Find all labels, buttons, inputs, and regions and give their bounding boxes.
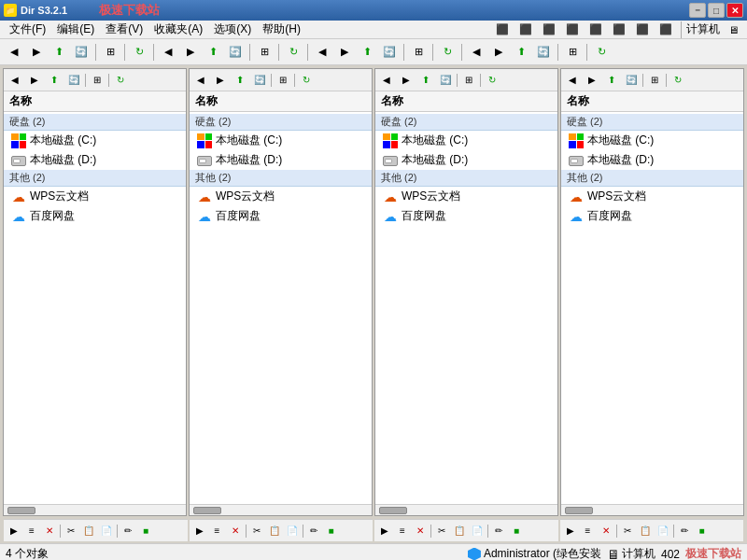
- refresh8-button[interactable]: ↻: [591, 42, 612, 63]
- toolbar-extra-btn-6[interactable]: ⬛: [609, 20, 629, 40]
- close-button[interactable]: ✕: [726, 3, 743, 18]
- scroll-thumb-3[interactable]: [379, 507, 407, 514]
- back4-button[interactable]: ◀: [466, 42, 486, 63]
- up-button[interactable]: ⬆: [49, 42, 69, 63]
- refresh5-button[interactable]: 🔄: [379, 42, 400, 63]
- menu-view[interactable]: 查看(V): [100, 21, 148, 38]
- drive-item-win-4[interactable]: 本地磁盘 (C:): [561, 131, 743, 150]
- toolbar-extra-btn-4[interactable]: ⬛: [562, 20, 583, 40]
- back2-button[interactable]: ◀: [158, 42, 178, 63]
- panel-scroll-2[interactable]: [190, 504, 372, 515]
- panel-up-1[interactable]: ⬆: [45, 72, 63, 89]
- refresh2-button[interactable]: ↻: [129, 42, 149, 63]
- pbt-btn-new-4[interactable]: ■: [694, 523, 711, 539]
- pbt-btn-copy-2[interactable]: 📋: [266, 523, 283, 539]
- pbt-btn-list-4[interactable]: ≡: [580, 523, 597, 539]
- panel-scroll-1[interactable]: [4, 504, 186, 515]
- grid-view-button[interactable]: ⊞: [100, 42, 120, 63]
- pbt-btn-rename-4[interactable]: ✏: [676, 523, 693, 539]
- drive-item-win-3[interactable]: 本地磁盘 (C:): [375, 131, 557, 150]
- panel-sync-3[interactable]: ↻: [483, 72, 501, 89]
- pbt-btn-copy-1[interactable]: 📋: [80, 523, 97, 539]
- panel-sync-2[interactable]: ↻: [297, 72, 316, 89]
- pbt-btn-paste-1[interactable]: 📄: [98, 523, 115, 539]
- toolbar-extra-btn-8[interactable]: ⬛: [655, 20, 676, 40]
- refresh3-button[interactable]: 🔄: [225, 42, 246, 63]
- panel-back-4[interactable]: ◀: [563, 72, 582, 89]
- pbt-btn-new-1[interactable]: ■: [137, 523, 154, 539]
- drive-item-win-2[interactable]: 本地磁盘 (C:): [190, 131, 372, 150]
- up3-button[interactable]: ⬆: [357, 42, 377, 63]
- panel-refresh-2[interactable]: 🔄: [250, 72, 269, 89]
- drive-item-baidu-2[interactable]: ☁百度网盘: [190, 206, 372, 226]
- pbt-btn-new-2[interactable]: ■: [323, 523, 340, 539]
- refresh7-button[interactable]: 🔄: [533, 42, 554, 63]
- pbt-btn-list-1[interactable]: ≡: [23, 523, 40, 539]
- pbt-btn-arrow-3[interactable]: ▶: [376, 523, 393, 539]
- panel-forward-2[interactable]: ▶: [211, 72, 230, 89]
- forward4-button[interactable]: ▶: [488, 42, 509, 63]
- drive-item-wps-1[interactable]: ☁WPS云文档: [4, 187, 186, 206]
- pbt-btn-arrow-2[interactable]: ▶: [191, 523, 208, 539]
- panel-up-3[interactable]: ⬆: [416, 72, 435, 89]
- pbt-btn-new-3[interactable]: ■: [508, 523, 525, 539]
- scroll-thumb-1[interactable]: [7, 507, 35, 514]
- pbt-btn-cut-4[interactable]: ✂: [619, 523, 636, 539]
- refresh-button[interactable]: 🔄: [71, 42, 92, 63]
- pbt-btn-delete-4[interactable]: ✕: [598, 523, 614, 539]
- menu-help[interactable]: 帮助(H): [257, 21, 306, 38]
- menu-file[interactable]: 文件(F): [4, 21, 51, 38]
- scroll-thumb-4[interactable]: [565, 507, 593, 514]
- pbt-btn-delete-2[interactable]: ✕: [227, 523, 244, 539]
- grid4-button[interactable]: ⊞: [562, 42, 583, 63]
- drive-item-disk-3[interactable]: 本地磁盘 (D:): [375, 150, 557, 170]
- pbt-btn-arrow-4[interactable]: ▶: [562, 523, 579, 539]
- pbt-btn-list-3[interactable]: ≡: [394, 523, 411, 539]
- pbt-btn-copy-3[interactable]: 📋: [451, 523, 468, 539]
- pbt-btn-paste-3[interactable]: 📄: [469, 523, 486, 539]
- panel-grid-1[interactable]: ⊞: [88, 72, 106, 89]
- pbt-btn-list-2[interactable]: ≡: [209, 523, 226, 539]
- panel-forward-1[interactable]: ▶: [25, 72, 44, 89]
- menu-edit[interactable]: 编辑(E): [51, 21, 100, 38]
- pbt-btn-rename-3[interactable]: ✏: [490, 523, 507, 539]
- menu-options[interactable]: 选项(X): [208, 21, 257, 38]
- panel-back-1[interactable]: ◀: [6, 72, 24, 89]
- forward3-button[interactable]: ▶: [334, 42, 355, 63]
- panel-refresh-1[interactable]: 🔄: [64, 72, 83, 89]
- pbt-btn-rename-1[interactable]: ✏: [120, 523, 136, 539]
- back-button[interactable]: ◀: [4, 42, 24, 63]
- panel-refresh-3[interactable]: 🔄: [436, 72, 455, 89]
- panel-forward-4[interactable]: ▶: [583, 72, 601, 89]
- grid2-button[interactable]: ⊞: [254, 42, 275, 63]
- panel-up-2[interactable]: ⬆: [231, 72, 249, 89]
- pbt-btn-paste-2[interactable]: 📄: [284, 523, 301, 539]
- panel-sync-4[interactable]: ↻: [669, 72, 687, 89]
- scroll-thumb-2[interactable]: [193, 507, 221, 514]
- toolbar-extra-btn-1[interactable]: ⬛: [492, 20, 513, 40]
- panel-grid-4[interactable]: ⊞: [645, 72, 664, 89]
- drive-item-disk-1[interactable]: 本地磁盘 (D:): [4, 150, 186, 170]
- grid3-button[interactable]: ⊞: [408, 42, 429, 63]
- panel-sync-1[interactable]: ↻: [111, 72, 130, 89]
- drive-item-wps-2[interactable]: ☁WPS云文档: [190, 187, 372, 206]
- menu-favorites[interactable]: 收藏夹(A): [148, 21, 208, 38]
- pbt-btn-delete-3[interactable]: ✕: [412, 523, 429, 539]
- refresh6-button[interactable]: ↻: [437, 42, 458, 63]
- panel-scroll-4[interactable]: [561, 504, 743, 515]
- minimize-button[interactable]: －: [689, 3, 706, 18]
- toolbar-extra-btn-2[interactable]: ⬛: [515, 20, 536, 40]
- panel-forward-3[interactable]: ▶: [397, 72, 416, 89]
- back3-button[interactable]: ◀: [312, 42, 332, 63]
- pbt-btn-rename-2[interactable]: ✏: [305, 523, 322, 539]
- drive-item-wps-3[interactable]: ☁WPS云文档: [375, 187, 557, 206]
- drive-item-baidu-3[interactable]: ☁百度网盘: [375, 206, 557, 226]
- pbt-btn-cut-3[interactable]: ✂: [433, 523, 450, 539]
- panel-back-3[interactable]: ◀: [377, 72, 396, 89]
- toolbar-extra-btn-5[interactable]: ⬛: [585, 20, 606, 40]
- pbt-btn-paste-4[interactable]: 📄: [655, 523, 671, 539]
- panel-refresh-4[interactable]: 🔄: [622, 72, 641, 89]
- pbt-btn-arrow-1[interactable]: ▶: [6, 523, 22, 539]
- panel-scroll-3[interactable]: [375, 504, 557, 515]
- drive-item-disk-2[interactable]: 本地磁盘 (D:): [190, 150, 372, 170]
